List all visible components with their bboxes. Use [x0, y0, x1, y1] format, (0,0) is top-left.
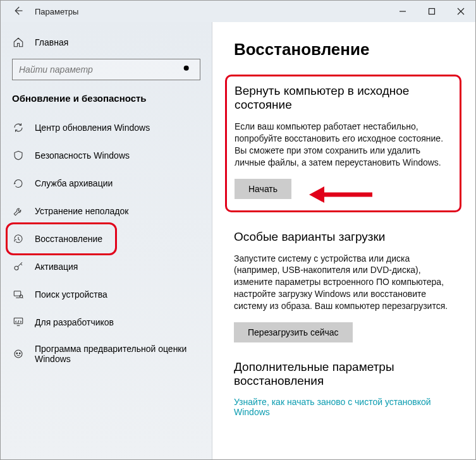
history-icon — [12, 233, 25, 245]
svg-point-7 — [16, 353, 18, 354]
more-recovery-section: Дополнительные параметры восстановления … — [234, 360, 456, 417]
sidebar-section-title: Обновление и безопасность — [1, 93, 212, 114]
sidebar-item-find-device[interactable]: Поиск устройства — [1, 281, 212, 308]
sidebar: Главная Обновление и безопасность Центр … — [1, 22, 212, 459]
svg-point-8 — [19, 353, 20, 354]
back-button[interactable] — [12, 5, 28, 18]
svg-rect-0 — [429, 9, 435, 15]
find-device-icon — [12, 288, 25, 301]
sidebar-item-windows-update[interactable]: Центр обновления Windows — [1, 114, 212, 142]
sidebar-item-home[interactable]: Главная — [1, 31, 212, 59]
sidebar-item-label: Служба архивации — [35, 178, 113, 188]
search-input[interactable] — [19, 64, 182, 75]
key-icon — [12, 260, 25, 273]
close-button[interactable] — [446, 1, 475, 22]
backup-icon — [12, 177, 25, 190]
sidebar-item-label: Для разработчиков — [35, 317, 114, 327]
svg-point-1 — [184, 66, 189, 71]
sync-icon — [12, 121, 25, 134]
search-icon — [182, 64, 193, 75]
page-title: Восстановление — [234, 40, 456, 59]
home-icon — [12, 36, 25, 49]
maximize-button[interactable] — [417, 1, 446, 22]
sidebar-item-label: Активация — [35, 262, 78, 272]
svg-point-6 — [15, 350, 22, 358]
sidebar-item-activation[interactable]: Активация — [1, 253, 212, 281]
sidebar-item-label: Восстановление — [35, 234, 102, 244]
sidebar-home-label: Главная — [35, 37, 68, 47]
minimize-button[interactable] — [388, 1, 417, 22]
window-title: Параметры — [35, 7, 78, 16]
fresh-start-link[interactable]: Узнайте, как начать заново с чистой уста… — [234, 397, 456, 417]
sidebar-item-insider[interactable]: Программа предварительной оценки Windows — [1, 336, 212, 372]
svg-rect-3 — [14, 291, 21, 296]
advanced-heading: Особые варианты загрузки — [234, 230, 456, 244]
reset-start-button[interactable]: Начать — [235, 179, 291, 199]
reset-section: Вернуть компьютер в исходное состояние Е… — [225, 75, 461, 212]
svg-point-2 — [15, 266, 18, 270]
sidebar-item-security[interactable]: Безопасность Windows — [1, 142, 212, 169]
developer-icon — [12, 316, 25, 329]
advanced-startup-section: Особые варианты загрузки Запустите систе… — [234, 230, 456, 342]
more-heading: Дополнительные параметры восстановления — [234, 360, 456, 388]
search-box[interactable] — [12, 59, 200, 80]
main-content: Восстановление Вернуть компьютер в исход… — [212, 22, 475, 459]
sidebar-item-label: Программа предварительной оценки Windows — [35, 344, 200, 364]
restart-now-button[interactable]: Перезагрузить сейчас — [234, 322, 353, 342]
advanced-text: Запустите систему с устройства или диска… — [234, 253, 456, 312]
wrench-icon — [12, 205, 25, 217]
sidebar-item-developers[interactable]: Для разработчиков — [1, 308, 212, 336]
shield-icon — [12, 149, 25, 162]
arrow-annotation — [309, 185, 372, 204]
reset-heading: Вернуть компьютер в исходное состояние — [235, 84, 448, 112]
insider-icon — [12, 348, 25, 360]
sidebar-item-recovery[interactable]: Восстановление — [1, 225, 212, 253]
sidebar-item-backup[interactable]: Служба архивации — [1, 169, 212, 197]
sidebar-item-label: Безопасность Windows — [35, 150, 130, 160]
sidebar-item-label: Поиск устройства — [35, 289, 107, 300]
sidebar-item-label: Центр обновления Windows — [35, 123, 150, 133]
reset-text: Если ваш компьютер работает нестабильно,… — [235, 121, 448, 169]
sidebar-item-label: Устранение неполадок — [35, 206, 128, 216]
titlebar: Параметры — [1, 1, 475, 22]
sidebar-item-troubleshoot[interactable]: Устранение неполадок — [1, 197, 212, 225]
